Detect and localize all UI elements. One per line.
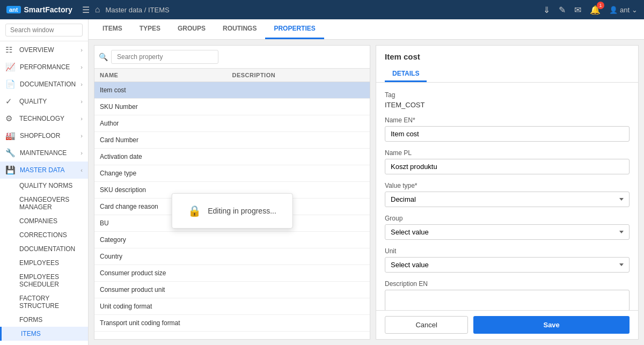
form-group-value-type: Value type* Decimal Integer String Boole… [385, 182, 630, 207]
value-type-select[interactable]: Decimal Integer String Boolean Date [385, 192, 630, 207]
sidebar-item-items[interactable]: Items [0, 327, 88, 341]
tab-items[interactable]: ITEMS [94, 19, 131, 39]
column-description: DESCRIPTION [232, 72, 365, 78]
user-menu[interactable]: 👤 ant ⌄ [609, 6, 638, 14]
row-name: Country [100, 253, 232, 260]
sidebar-item-technology[interactable]: ⚙ Technology › [0, 110, 88, 127]
sidebar-sub-label: Employees [19, 259, 59, 267]
left-panel: 🔍 NAME DESCRIPTION Item cost SKU Number [94, 45, 370, 340]
property-table-body: Item cost SKU Number Author Card Number [94, 82, 370, 339]
chevron-down-icon: ‹ [80, 167, 83, 173]
top-navigation: ant SmartFactory ☰ ⌂ Master data / ITEMS… [0, 0, 644, 19]
technology-icon: ⚙ [5, 114, 15, 123]
sidebar-item-label: Documentation [20, 80, 76, 88]
name-pl-input[interactable] [385, 159, 630, 174]
sidebar-item-quality[interactable]: ✓ Quality › [0, 93, 88, 110]
row-description [232, 86, 365, 94]
form-group-unit: Unit Select value [385, 247, 630, 273]
row-description [232, 286, 365, 293]
unit-select[interactable]: Select value [385, 257, 630, 273]
sidebar-search-input[interactable] [5, 24, 83, 36]
sidebar-item-maintenance[interactable]: 🔧 Maintenance › [0, 144, 88, 162]
tab-types[interactable]: TYPES [131, 19, 169, 39]
table-row[interactable]: Activation date [94, 149, 370, 165]
description-en-textarea[interactable] [385, 290, 630, 310]
table-row[interactable]: Category [94, 232, 370, 248]
name-pl-label: Name PL [385, 149, 630, 157]
table-row[interactable]: Author [94, 115, 370, 132]
row-name: Author [100, 120, 232, 127]
home-icon[interactable]: ⌂ [95, 5, 100, 14]
logo-badge: ant [6, 6, 21, 13]
row-name: SKU Number [100, 103, 232, 111]
edit-icon[interactable]: ✎ [559, 5, 566, 15]
table-row[interactable]: Consumer product unit [94, 282, 370, 298]
right-panel-body: Tag ITEM_COST Name EN* Name PL Value typ… [376, 83, 638, 310]
hamburger-icon[interactable]: ☰ [82, 5, 90, 15]
tag-label: Tag [385, 91, 630, 99]
editing-overlay-text: Editing in progress... [208, 207, 276, 215]
table-row[interactable]: SKU Number [94, 99, 370, 115]
sidebar-item-documentation[interactable]: 📄 Documentation › [0, 76, 88, 93]
name-en-input[interactable] [385, 126, 630, 142]
sidebar-sub-label: Quality norms [19, 182, 72, 189]
save-button[interactable]: Save [473, 316, 630, 334]
logo-name: SmartFactory [24, 5, 72, 14]
row-name: Item cost [100, 86, 232, 94]
column-name: NAME [100, 72, 232, 78]
sidebar-item-companies[interactable]: Companies [0, 214, 88, 228]
mail-icon[interactable]: ✉ [574, 5, 581, 15]
sidebar-item-overview[interactable]: ☷ Overview › [0, 41, 88, 58]
tab-properties[interactable]: PROPERTIES [265, 19, 324, 39]
table-row[interactable]: Consumer product size [94, 265, 370, 282]
breadcrumb: Master data / ITEMS [105, 6, 169, 14]
user-chevron-icon: ⌄ [632, 6, 638, 14]
sidebar-item-documentation-sub[interactable]: Documentation [0, 242, 88, 256]
user-icon: 👤 [609, 6, 618, 14]
table-row[interactable]: Country [94, 248, 370, 265]
sidebar-item-performance[interactable]: 📈 Performance › [0, 58, 88, 76]
property-search-input[interactable] [111, 50, 218, 64]
table-row[interactable]: Item cost [94, 82, 370, 99]
sidebar-item-shopfloor[interactable]: 🏭 Shopfloor › [0, 127, 88, 144]
sidebar-item-changeovers-manager[interactable]: Changeovers manager [0, 193, 88, 214]
table-row[interactable]: Card Number [94, 132, 370, 149]
sidebar-sub-label: Documentation [19, 245, 75, 253]
sidebar-item-master-data[interactable]: 💾 Master data ‹ [0, 162, 88, 179]
row-name: Change type [100, 170, 232, 177]
chevron-right-icon: › [80, 133, 83, 139]
sidebar-item-employees-scheduler[interactable]: Employees Scheduler [0, 270, 88, 291]
download-icon[interactable]: ⇓ [543, 5, 550, 15]
sidebar-item-factory-structure[interactable]: Factory structure [0, 291, 88, 313]
tab-groups[interactable]: GROUPS [169, 19, 214, 39]
sidebar-item-corrections[interactable]: Corrections [0, 228, 88, 242]
right-panel-tab-details[interactable]: DETAILS [385, 67, 427, 82]
table-row[interactable]: Unit coding format [94, 298, 370, 315]
group-select[interactable]: Select value [385, 224, 630, 240]
search-icon: 🔍 [99, 53, 108, 61]
sidebar-item-employees[interactable]: Employees [0, 256, 88, 270]
table-row[interactable]: Transport unit coding format [94, 315, 370, 332]
overview-icon: ☷ [5, 45, 15, 55]
table-row[interactable]: Change type [94, 165, 370, 182]
sidebar-item-forms[interactable]: Forms [0, 313, 88, 327]
sidebar-item-quality-norms[interactable]: Quality norms [0, 179, 88, 193]
right-panel: Item cost DETAILS Tag ITEM_COST Name EN* [376, 45, 639, 340]
row-description [232, 103, 365, 111]
row-description [232, 120, 365, 127]
cancel-button[interactable]: Cancel [385, 316, 468, 334]
sidebar-sub-label: Employees Scheduler [19, 273, 83, 288]
chevron-right-icon: › [80, 115, 83, 122]
row-description [232, 253, 365, 260]
right-panel-tabs: DETAILS [385, 67, 630, 82]
row-name: Transport unit coding format [100, 319, 232, 327]
top-nav-right: ⇓ ✎ ✉ 🔔 1 👤 ant ⌄ [543, 5, 638, 15]
tab-routings[interactable]: ROUTINGS [214, 19, 265, 39]
notification-icon[interactable]: 🔔 1 [590, 5, 601, 15]
sidebar-item-labels[interactable]: Labels [0, 341, 88, 345]
sidebar-item-label: Maintenance [20, 149, 67, 157]
form-group-name-en: Name EN* [385, 116, 630, 142]
tabs-bar: ITEMS TYPES GROUPS ROUTINGS PROPERTIES [89, 19, 644, 40]
sidebar-sub-label: Companies [19, 217, 57, 225]
row-description [232, 319, 365, 327]
